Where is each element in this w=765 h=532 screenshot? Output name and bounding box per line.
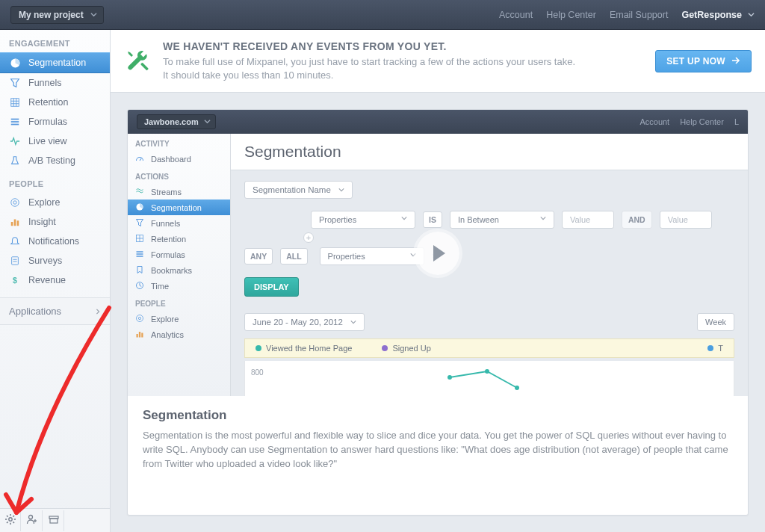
sidebar-item-insight[interactable]: Insight [0, 212, 110, 232]
gauge-icon [135, 154, 145, 164]
target-icon [9, 197, 21, 208]
sidebar-item-label: A/B Testing [28, 155, 75, 166]
invite-user-button[interactable] [22, 510, 43, 531]
preview-topbar: Jawbone.com Account Help Center L [128, 110, 748, 134]
preview-section-people: PEOPLE [128, 294, 230, 311]
preview-item-label: Bookmarks [151, 266, 192, 275]
archive-icon [48, 513, 60, 528]
funnel-icon [9, 77, 21, 89]
chevron-down-icon [748, 11, 755, 18]
main-area: WE HAVEN'T RECEIVED ANY EVENTS FROM YOU … [111, 30, 765, 532]
feature-card: Jawbone.com Account Help Center L ACTIVI… [127, 109, 749, 516]
svg-line-23 [7, 516, 8, 517]
svg-rect-45 [139, 332, 140, 338]
funnel-icon [135, 218, 145, 228]
play-video-button[interactable] [416, 232, 459, 275]
sidebar-item-formulas[interactable]: Formulas [0, 112, 110, 132]
dropdown-label: In Between [458, 215, 499, 224]
preview-top-right: Account Help Center L [639, 117, 739, 126]
sidebar-item-segmentation[interactable]: Segmentation [0, 52, 110, 73]
setup-now-button[interactable]: SET UP NOW [655, 50, 752, 72]
chevron-down-icon [90, 10, 97, 20]
value-input-2: Value [660, 211, 712, 229]
pie-icon [9, 57, 21, 69]
sidebar: ENGAGEMENT Segmentation Funnels Retentio… [0, 30, 111, 532]
preview-item-formulas: Formulas [128, 247, 230, 262]
svg-point-9 [11, 199, 19, 207]
nav-email-support[interactable]: Email Support [610, 10, 669, 20]
preview-item-label: Dashboard [151, 155, 191, 164]
project-dropdown[interactable]: My new project [10, 6, 104, 24]
display-button: DISPLAY [244, 277, 299, 297]
nav-account[interactable]: Account [499, 10, 533, 20]
dropdown-label: Properties [319, 215, 356, 224]
preview-item-label: Analytics [151, 330, 184, 339]
sidebar-item-notifications[interactable]: Notifications [0, 232, 110, 251]
preview-section-activity: ACTIVITY [128, 134, 230, 151]
project-name: My new project [19, 10, 84, 20]
setup-banner: WE HAVEN'T RECEIVED ANY EVENTS FROM YOU … [111, 30, 765, 93]
svg-rect-39 [137, 253, 143, 255]
sidebar-item-retention[interactable]: Retention [0, 93, 110, 112]
svg-text:$: $ [13, 276, 17, 285]
preview-item-time: Time [128, 278, 230, 294]
preview-item-streams: Streams [128, 184, 230, 200]
legend-label: T [718, 344, 723, 353]
svg-point-43 [138, 317, 140, 319]
sidebar-item-label: Revenue [28, 275, 66, 285]
sidebar-item-label: Insight [28, 217, 56, 227]
brand-dropdown[interactable]: GetResponse [681, 10, 755, 20]
dollar-icon: $ [9, 274, 21, 286]
brand-label: GetResponse [681, 10, 742, 20]
sidebar-section-engagement: ENGAGEMENT [0, 30, 110, 52]
bell-icon [9, 235, 21, 247]
archive-button[interactable] [43, 510, 64, 531]
sidebar-bottom-toolbar [0, 508, 110, 532]
sidebar-item-explore[interactable]: Explore [0, 193, 110, 212]
grid-icon [135, 234, 145, 244]
sidebar-item-funnels[interactable]: Funnels [0, 73, 110, 93]
preview-item-segmentation: Segmentation [128, 200, 230, 215]
svg-rect-8 [11, 124, 19, 126]
value-input-1: Value [562, 211, 614, 229]
svg-rect-32 [140, 62, 149, 70]
sidebar-item-surveys[interactable]: Surveys [0, 251, 110, 270]
svg-rect-44 [137, 334, 138, 338]
settings-button[interactable] [0, 510, 21, 531]
sidebar-applications[interactable]: Applications [0, 297, 110, 325]
segmentation-name-dropdown: Segmentation Name [244, 181, 353, 199]
preview-item-label: Retention [151, 235, 186, 244]
legend-dot-purple [382, 345, 388, 351]
svg-rect-13 [17, 220, 19, 226]
clock-icon [135, 281, 145, 291]
sidebar-item-ab-testing[interactable]: A/B Testing [0, 151, 110, 170]
preview-project-name: Jawbone.com [144, 117, 199, 126]
sidebar-item-label: Segmentation [28, 58, 86, 68]
sidebar-section-people: PEOPLE [0, 170, 110, 193]
banner-text: WE HAVEN'T RECEIVED ANY EVENTS FROM YOU … [163, 40, 581, 81]
nav-help-center[interactable]: Help Center [546, 10, 596, 20]
sidebar-item-revenue[interactable]: $ Revenue [0, 270, 110, 290]
svg-point-47 [447, 375, 452, 380]
chevron-down-icon [410, 252, 416, 258]
svg-rect-31 [50, 519, 58, 523]
preview-item-analytics: Analytics [128, 327, 230, 342]
all-button: ALL [280, 248, 307, 265]
add-condition-icon: + [303, 232, 314, 243]
sidebar-item-label: Explore [28, 197, 60, 208]
preview-link-truncated: L [734, 117, 739, 126]
daterange-dropdown: June 20 - May 20, 2012 [244, 313, 365, 331]
svg-line-33 [140, 158, 141, 161]
preview-item-retention: Retention [128, 231, 230, 247]
svg-point-27 [28, 516, 32, 519]
sidebar-item-label: Live view [28, 136, 66, 146]
feature-title: Segmentation [143, 408, 733, 423]
svg-rect-40 [137, 256, 143, 257]
sidebar-item-live-view[interactable]: Live view [0, 132, 110, 151]
chevron-down-icon [350, 319, 356, 325]
svg-point-42 [137, 315, 143, 322]
week-button: Week [697, 313, 734, 331]
svg-rect-7 [11, 121, 19, 123]
svg-point-48 [485, 369, 489, 374]
list-icon [9, 116, 21, 128]
